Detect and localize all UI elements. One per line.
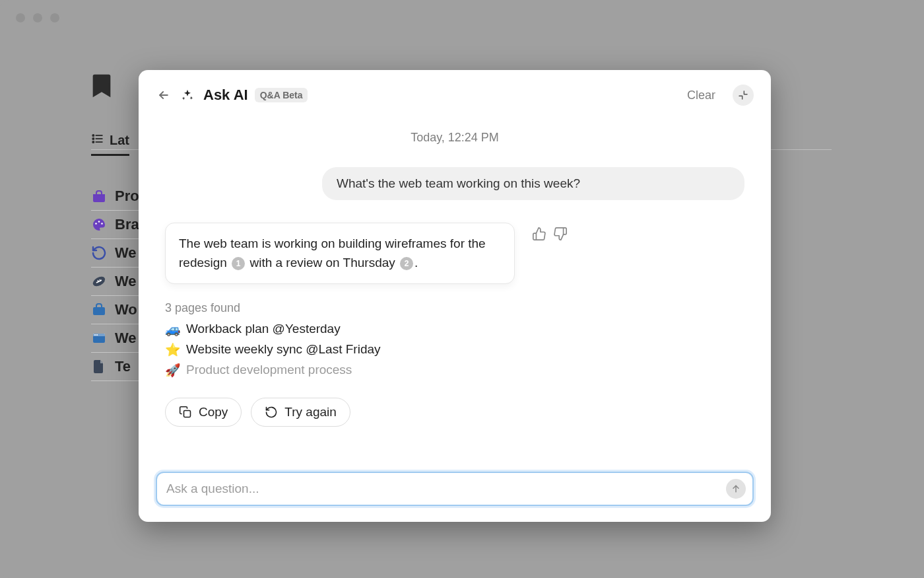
- list-item-label: Te: [115, 358, 131, 375]
- window-traffic-lights: [16, 13, 59, 22]
- ask-ai-modal: Ask AI Q&A Beta Clear Today, 12:24 PM Wh…: [139, 70, 771, 522]
- send-button[interactable]: [726, 479, 746, 499]
- citation-2[interactable]: 2: [400, 257, 413, 270]
- svg-point-18: [96, 334, 98, 336]
- source-emoji-icon: 🚀: [165, 363, 181, 378]
- source-item[interactable]: 🚙Workback plan @Yesterday: [165, 322, 744, 337]
- bookmark-icon: [91, 73, 112, 99]
- list-item-label: Bra: [115, 216, 139, 233]
- football-icon: [91, 273, 107, 289]
- ai-answer-bubble: The web team is working on building wire…: [165, 223, 515, 284]
- page-icon: [91, 359, 107, 375]
- list-item-label: We: [115, 330, 137, 347]
- try-again-button[interactable]: Try again: [251, 398, 350, 427]
- window-icon: [91, 330, 107, 346]
- back-button[interactable]: [156, 87, 172, 103]
- beta-badge: Q&A Beta: [255, 88, 308, 102]
- source-title: Website weekly sync @Last Friday: [186, 342, 381, 357]
- try-again-label: Try again: [284, 405, 337, 419]
- copy-label: Copy: [199, 405, 228, 419]
- thumbs-down-button[interactable]: [553, 227, 568, 241]
- briefcase-icon: [91, 302, 107, 318]
- source-title: Product development process: [186, 363, 352, 377]
- source-title: Workback plan @Yesterday: [186, 322, 341, 336]
- citation-1[interactable]: 1: [232, 257, 245, 270]
- undo-icon: [91, 245, 107, 261]
- svg-point-9: [101, 223, 103, 225]
- source-emoji-icon: ⭐: [165, 342, 181, 357]
- list-item-label: We: [115, 273, 137, 290]
- palette-icon: [91, 217, 107, 233]
- svg-rect-14: [93, 307, 105, 315]
- source-item[interactable]: ⭐Website weekly sync @Last Friday: [165, 342, 744, 357]
- question-input-container[interactable]: [156, 472, 754, 506]
- svg-point-5: [92, 141, 94, 143]
- svg-rect-20: [184, 410, 191, 417]
- svg-point-17: [94, 334, 96, 336]
- tab-latest[interactable]: Lat: [91, 132, 129, 156]
- list-item-label: Pro: [115, 188, 139, 205]
- list-item-label: Wo: [115, 301, 137, 318]
- list-icon: [91, 132, 104, 149]
- svg-point-8: [98, 221, 100, 223]
- modal-title: Ask AI: [203, 87, 248, 104]
- chat-timestamp: Today, 12:24 PM: [165, 131, 744, 145]
- source-list: 🚙Workback plan @Yesterday⭐Website weekly…: [165, 322, 744, 378]
- toolbox-icon: [91, 188, 107, 204]
- modal-body: Today, 12:24 PM What's the web team work…: [139, 112, 771, 461]
- list-item-label: We: [115, 244, 137, 262]
- collapse-button[interactable]: [733, 85, 754, 106]
- svg-rect-6: [93, 194, 105, 196]
- svg-point-4: [92, 138, 94, 139]
- clear-button[interactable]: Clear: [687, 89, 715, 102]
- source-emoji-icon: 🚙: [165, 322, 181, 337]
- source-item[interactable]: 🚀Product development process: [165, 363, 744, 378]
- answer-text-part2: with a review on Thursday: [246, 256, 399, 270]
- copy-button[interactable]: Copy: [165, 398, 242, 427]
- traffic-light-zoom[interactable]: [50, 13, 59, 22]
- tab-label: Lat: [110, 133, 129, 148]
- traffic-light-minimize[interactable]: [33, 13, 42, 22]
- svg-point-3: [92, 135, 94, 136]
- question-input[interactable]: [166, 482, 721, 496]
- answer-text-part3: .: [414, 256, 418, 270]
- svg-point-7: [95, 223, 97, 225]
- user-message-bubble: What's the web team working on this week…: [322, 167, 744, 200]
- traffic-light-close[interactable]: [16, 13, 25, 22]
- modal-header: Ask AI Q&A Beta Clear: [139, 70, 771, 112]
- sparkle-icon: [181, 89, 194, 102]
- pages-found-label: 3 pages found: [165, 301, 744, 315]
- thumbs-up-button[interactable]: [532, 227, 546, 241]
